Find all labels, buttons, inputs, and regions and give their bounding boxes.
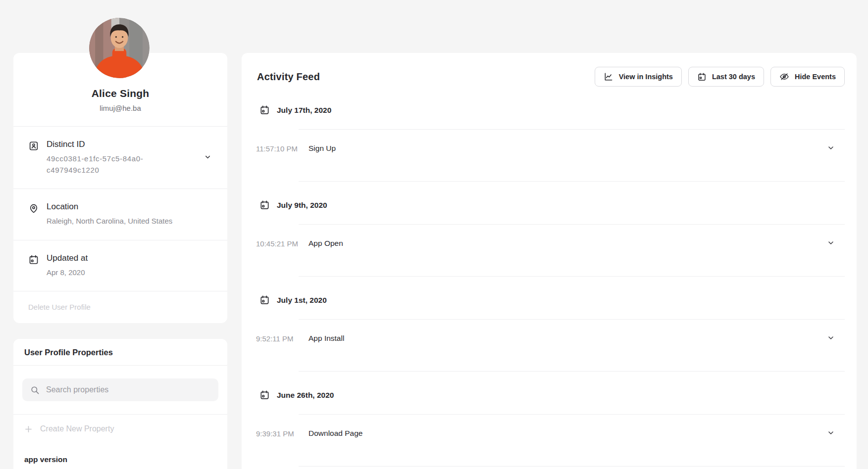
view-in-insights-label: View in Insights bbox=[619, 73, 673, 81]
activity-feed-title: Activity Feed bbox=[257, 71, 320, 83]
date-header: June 26th, 2020 bbox=[242, 390, 857, 400]
calendar-icon bbox=[259, 105, 270, 115]
distinct-id-label: Distinct ID bbox=[47, 140, 152, 149]
date-label: July 9th, 2020 bbox=[277, 201, 327, 210]
plus-icon bbox=[24, 425, 33, 433]
search-icon bbox=[30, 385, 40, 395]
event-row[interactable]: 10:45:21 PM App Open bbox=[242, 225, 857, 262]
event-expand-button[interactable] bbox=[825, 237, 837, 250]
calendar-icon bbox=[259, 200, 270, 210]
calendar-icon bbox=[259, 295, 270, 305]
location-body: Location Raleigh, North Carolina, United… bbox=[47, 202, 172, 227]
property-row-app-version[interactable]: app version 2.3 bbox=[13, 443, 227, 469]
date-label: July 1st, 2020 bbox=[277, 296, 327, 305]
event-row[interactable]: 9:52:11 PM App Install bbox=[242, 320, 857, 357]
date-header: July 9th, 2020 bbox=[242, 200, 857, 210]
date-group: July 9th, 2020 10:45:21 PM App Open bbox=[242, 200, 857, 277]
updated-at-label: Updated at bbox=[47, 253, 88, 263]
event-time: 9:39:31 PM bbox=[256, 429, 303, 438]
calendar-icon bbox=[259, 390, 270, 400]
date-header: July 1st, 2020 bbox=[242, 295, 857, 305]
user-profile-properties-card: User Profile Properties Create New Prope… bbox=[13, 339, 227, 469]
location-row: Location Raleigh, North Carolina, United… bbox=[13, 188, 227, 240]
event-row[interactable]: 11:57:10 PM Sign Up bbox=[242, 130, 857, 167]
distinct-id-row: Distinct ID 49cc0381-e1fc-57c5-84a0-c497… bbox=[13, 126, 227, 188]
event-time: 10:45:21 PM bbox=[256, 239, 303, 248]
activity-feed-header: Activity Feed View in Insights Last 30 d… bbox=[242, 53, 857, 87]
line-chart-icon bbox=[604, 72, 613, 82]
avatar bbox=[89, 18, 150, 78]
updated-at-row: Updated at Apr 8, 2020 bbox=[13, 240, 227, 291]
date-group: July 1st, 2020 9:52:11 PM App Install bbox=[242, 295, 857, 372]
event-name: Sign Up bbox=[308, 144, 336, 153]
property-name: app version bbox=[24, 455, 216, 464]
last-30-days-button[interactable]: Last 30 days bbox=[688, 67, 764, 87]
event-expand-button[interactable] bbox=[825, 142, 837, 155]
chevron-down-icon bbox=[827, 429, 835, 437]
last-30-days-label: Last 30 days bbox=[712, 73, 755, 81]
event-row[interactable]: 9:39:31 PM Download Page bbox=[242, 415, 857, 452]
event-expand-button[interactable] bbox=[825, 332, 837, 345]
hide-events-button[interactable]: Hide Events bbox=[770, 67, 845, 87]
properties-title: User Profile Properties bbox=[13, 339, 227, 366]
create-new-property-label: Create New Property bbox=[40, 424, 114, 433]
search-section bbox=[13, 366, 227, 415]
search-box[interactable] bbox=[22, 378, 218, 401]
eye-off-icon bbox=[779, 72, 789, 82]
chevron-down-icon bbox=[827, 239, 835, 247]
divider bbox=[299, 276, 845, 277]
profile-email: limuj@he.ba bbox=[25, 104, 215, 112]
search-properties-input[interactable] bbox=[45, 385, 210, 395]
date-label: June 26th, 2020 bbox=[277, 391, 334, 400]
location-value: Raleigh, North Carolina, United States bbox=[47, 216, 172, 227]
view-in-insights-button[interactable]: View in Insights bbox=[595, 67, 682, 87]
profile-name: Alice Singh bbox=[25, 88, 215, 99]
create-new-property-button[interactable]: Create New Property bbox=[13, 415, 227, 443]
distinct-id-body: Distinct ID 49cc0381-e1fc-57c5-84a0-c497… bbox=[47, 140, 152, 176]
divider bbox=[299, 371, 845, 372]
event-expand-button[interactable] bbox=[825, 427, 837, 440]
chevron-down-icon bbox=[204, 153, 211, 161]
date-label: July 17th, 2020 bbox=[277, 106, 331, 115]
profile-card: Alice Singh limuj@he.ba Distinct ID 49cc… bbox=[13, 53, 227, 323]
activity-feed-card: Activity Feed View in Insights Last 30 d… bbox=[242, 53, 857, 469]
distinct-id-value: 49cc0381-e1fc-57c5-84a0-c497949c1220 bbox=[47, 153, 152, 176]
event-name: App Install bbox=[308, 334, 344, 343]
distinct-id-expand-button[interactable] bbox=[202, 151, 213, 164]
event-time: 9:52:11 PM bbox=[256, 334, 303, 343]
calendar-icon bbox=[28, 254, 39, 265]
event-name: App Open bbox=[308, 239, 343, 248]
id-card-icon bbox=[28, 141, 39, 151]
delete-user-profile-button[interactable]: Delete User Profile bbox=[13, 291, 227, 323]
event-name: Download Page bbox=[308, 429, 362, 438]
profile-sidebar: Alice Singh limuj@he.ba Distinct ID 49cc… bbox=[13, 53, 227, 469]
user-photo bbox=[89, 18, 150, 78]
date-group: July 17th, 2020 11:57:10 PM Sign Up bbox=[242, 105, 857, 182]
activity-feed-actions: View in Insights Last 30 days Hide Event… bbox=[595, 67, 845, 87]
updated-at-value: Apr 8, 2020 bbox=[47, 267, 88, 279]
page: Alice Singh limuj@he.ba Distinct ID 49cc… bbox=[0, 0, 868, 469]
date-group: June 26th, 2020 9:39:31 PM Download Page bbox=[242, 390, 857, 467]
date-header: July 17th, 2020 bbox=[242, 105, 857, 115]
location-pin-icon bbox=[28, 203, 39, 214]
divider bbox=[299, 466, 845, 467]
hide-events-label: Hide Events bbox=[795, 73, 836, 81]
event-time: 11:57:10 PM bbox=[256, 144, 303, 153]
location-label: Location bbox=[47, 202, 172, 212]
chevron-down-icon bbox=[827, 334, 835, 342]
calendar-icon bbox=[697, 72, 707, 82]
divider bbox=[299, 181, 845, 182]
chevron-down-icon bbox=[827, 144, 835, 152]
updated-at-body: Updated at Apr 8, 2020 bbox=[47, 253, 88, 279]
